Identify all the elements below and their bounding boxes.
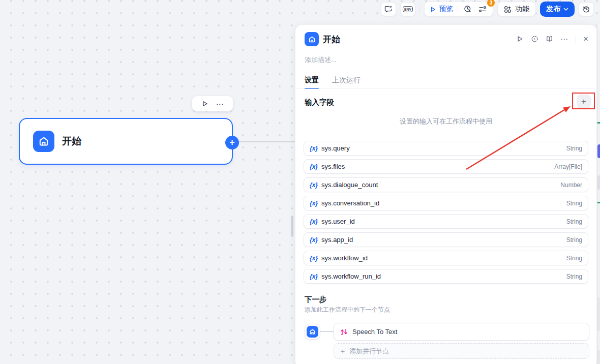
variable-name: sys.workflow_id xyxy=(321,254,368,262)
speech-to-text-icon xyxy=(340,328,348,336)
background-fragment xyxy=(597,175,600,190)
history-restore-icon xyxy=(582,5,590,13)
variable-row[interactable]: {x} sys.query String xyxy=(304,141,588,156)
node-title: 开始 xyxy=(62,135,81,148)
background-fragment xyxy=(597,350,600,364)
variable-type: String xyxy=(566,218,582,225)
variable-icon: {x} xyxy=(310,200,318,207)
variable-type: Array[File] xyxy=(554,163,582,170)
edge-connector xyxy=(239,141,295,142)
variable-type: String xyxy=(566,236,582,244)
tabs-divider xyxy=(295,88,596,88)
system-variables-list: {x} sys.query String {x} sys.files Array… xyxy=(304,141,588,287)
tab-last-run[interactable]: 上次运行 xyxy=(332,76,361,89)
next-step-heading: 下一步 xyxy=(305,295,327,305)
node-more-icon[interactable]: ⋯ xyxy=(216,100,224,108)
variable-type: String xyxy=(566,145,582,152)
variable-type: Number xyxy=(560,181,582,189)
annotation-button[interactable] xyxy=(381,2,396,16)
variable-type: String xyxy=(566,255,582,262)
run-node-icon[interactable] xyxy=(516,35,524,43)
panel-more-icon[interactable]: ⋯ xyxy=(560,35,568,43)
tab-last-run-label: 上次运行 xyxy=(332,76,361,84)
variable-icon: {x} xyxy=(310,255,318,262)
variable-icon: {x} xyxy=(310,181,318,189)
variable-icon: {x} xyxy=(310,273,318,280)
panel-tabs: 设置 上次运行 xyxy=(305,76,361,89)
env-variables-button[interactable]: ENV xyxy=(400,2,415,16)
background-fragment xyxy=(597,122,600,124)
docs-book-icon[interactable] xyxy=(546,35,553,43)
add-next-node-handle[interactable]: + xyxy=(225,136,239,149)
description-placeholder[interactable]: 添加描述... xyxy=(305,55,337,65)
preview-group: 预览 3 xyxy=(424,2,493,17)
panel-resize-handle[interactable] xyxy=(291,216,293,237)
variable-name: sys.user_id xyxy=(321,218,355,225)
variable-name: sys.dialogue_count xyxy=(321,181,378,189)
start-node[interactable]: 开始 + xyxy=(19,118,233,165)
variable-row[interactable]: {x} sys.workflow_run_id String xyxy=(304,269,588,284)
add-parallel-label: 添加并行节点 xyxy=(349,347,389,356)
chat-x-icon xyxy=(384,5,393,13)
panel-actions: ⋯ × xyxy=(516,35,588,43)
input-fields-helper: 设置的输入可在工作流程中使用 xyxy=(295,117,596,126)
variable-name: sys.workflow_run_id xyxy=(321,272,381,280)
variable-row[interactable]: {x} sys.dialogue_count Number xyxy=(304,177,588,192)
mini-edge-connector xyxy=(320,331,334,332)
panel-title: 开始 xyxy=(323,34,340,45)
background-fragment xyxy=(597,144,600,158)
toolbar-divider xyxy=(419,6,420,13)
run-history-button[interactable] xyxy=(463,2,473,16)
annotation-highlight-box xyxy=(572,93,595,109)
variable-name: sys.files xyxy=(321,163,345,170)
variable-name: sys.app_id xyxy=(321,236,353,244)
variable-row[interactable]: {x} sys.files Array[File] xyxy=(304,159,588,174)
variable-icon: {x} xyxy=(310,236,318,244)
tab-settings[interactable]: 设置 xyxy=(305,76,319,89)
checklist-icon xyxy=(478,5,487,13)
variable-row[interactable]: {x} sys.workflow_id String xyxy=(304,251,588,265)
preview-button[interactable]: 预览 xyxy=(430,5,453,14)
tab-settings-label: 设置 xyxy=(305,76,319,84)
home-icon xyxy=(305,32,319,46)
variable-row[interactable]: {x} sys.app_id String xyxy=(304,232,588,247)
top-toolbar: ENV 预览 xyxy=(381,2,594,17)
checklist-count-badge: 3 xyxy=(487,0,495,7)
node-config-panel: 开始 ⋯ × 添加描述... 设置 上次运行 xyxy=(295,24,597,364)
section-divider xyxy=(295,134,596,134)
blocks-plus-icon xyxy=(504,6,512,13)
env-icon: ENV xyxy=(403,6,413,12)
home-icon xyxy=(307,326,318,338)
occluded-window-sliver xyxy=(597,24,600,364)
chevron-down-icon xyxy=(563,8,568,11)
background-fragment xyxy=(597,202,600,203)
checklist-button[interactable] xyxy=(477,2,488,16)
variable-row[interactable]: {x} sys.user_id String xyxy=(304,214,588,229)
plus-icon: + xyxy=(341,348,345,355)
variable-icon: {x} xyxy=(310,163,318,170)
input-fields-heading: 输入字段 xyxy=(305,98,334,107)
node-hover-toolbar: ⋯ xyxy=(192,96,233,111)
close-icon[interactable]: × xyxy=(583,35,588,43)
next-node-card[interactable]: Speech To Text xyxy=(334,323,589,341)
group-divider xyxy=(458,6,458,13)
publish-label: 发布 xyxy=(546,5,560,14)
features-label: 功能 xyxy=(515,5,529,14)
preview-label: 预览 xyxy=(439,5,453,14)
variable-type: String xyxy=(566,200,582,207)
variable-type: String xyxy=(566,273,582,280)
publish-button[interactable]: 发布 xyxy=(540,2,575,17)
variable-name: sys.query xyxy=(321,144,350,152)
variable-icon: {x} xyxy=(310,145,318,152)
add-parallel-node-button[interactable]: + 添加并行节点 xyxy=(334,343,589,359)
next-step-subtitle: 添加此工作流程中的下一个节点 xyxy=(305,306,390,314)
version-history-button[interactable] xyxy=(579,2,594,16)
clock-play-icon xyxy=(464,5,472,13)
actions-divider xyxy=(576,36,576,43)
variable-row[interactable]: {x} sys.conversation_id String xyxy=(304,196,588,210)
variable-icon: {x} xyxy=(310,218,318,225)
home-icon xyxy=(33,131,54,152)
focus-node-icon[interactable] xyxy=(531,35,538,43)
features-button[interactable]: 功能 xyxy=(497,2,536,17)
node-run-icon[interactable] xyxy=(201,100,208,107)
